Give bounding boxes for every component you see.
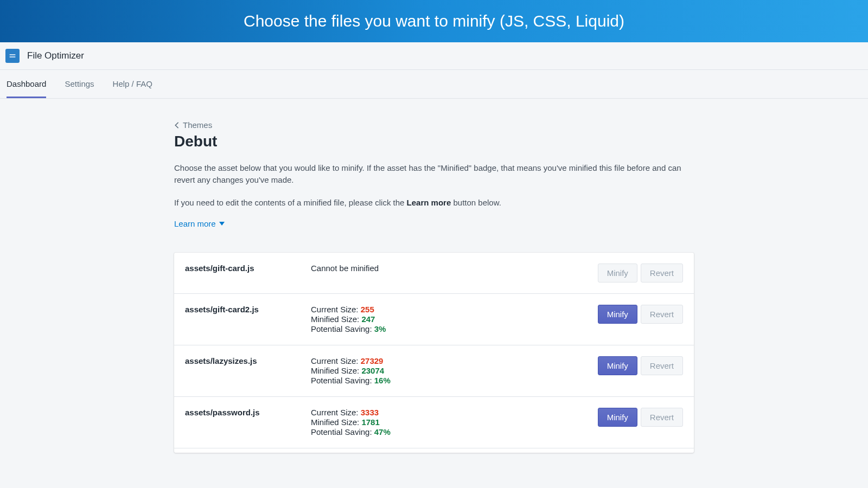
- banner-text: Choose the files you want to minify (JS,…: [244, 12, 624, 30]
- logo-icon: [8, 52, 17, 60]
- asset-stats: Current Size: 3333 Minified Size: 1781 P…: [311, 408, 598, 437]
- breadcrumb-back[interactable]: Themes: [174, 120, 212, 130]
- asset-name: assets/password.js: [185, 408, 311, 417]
- promo-banner: Choose the files you want to minify (JS,…: [0, 0, 868, 42]
- minify-button[interactable]: Minify: [598, 305, 637, 324]
- tabs: Dashboard Settings Help / FAQ: [0, 70, 868, 99]
- minify-button: Minify: [598, 264, 637, 282]
- asset-stats: Current Size: 27329 Minified Size: 23074…: [311, 356, 598, 386]
- caret-down-icon: [219, 222, 225, 226]
- asset-row-partial: [174, 448, 694, 453]
- asset-name: assets/gift-card.js: [185, 264, 311, 273]
- app-logo: [5, 49, 20, 63]
- revert-button: Revert: [641, 356, 683, 375]
- asset-row: assets/gift-card2.js Current Size: 255 M…: [174, 294, 694, 345]
- asset-stats: Current Size: 255 Minified Size: 247 Pot…: [311, 305, 598, 334]
- asset-actions: Minify Revert: [598, 264, 683, 282]
- asset-name: assets/gift-card2.js: [185, 305, 311, 314]
- asset-row: assets/lazysizes.js Current Size: 27329 …: [174, 345, 694, 397]
- minify-button[interactable]: Minify: [598, 408, 637, 427]
- breadcrumb-label: Themes: [183, 120, 212, 130]
- tab-dashboard[interactable]: Dashboard: [7, 70, 46, 98]
- asset-actions: Minify Revert: [598, 408, 683, 427]
- topbar: File Optimizer: [0, 42, 868, 70]
- description-2: If you need to edit the contents of a mi…: [174, 197, 694, 209]
- main-content: Themes Debut Choose the asset below that…: [174, 99, 694, 453]
- asset-row: assets/gift-card.js Cannot be minified M…: [174, 253, 694, 294]
- asset-status: Cannot be minified: [311, 264, 598, 273]
- revert-button: Revert: [641, 408, 683, 427]
- app-title: File Optimizer: [27, 50, 84, 61]
- chevron-left-icon: [174, 121, 180, 129]
- tab-help-faq[interactable]: Help / FAQ: [113, 70, 152, 98]
- tab-settings[interactable]: Settings: [65, 70, 94, 98]
- asset-row: assets/password.js Current Size: 3333 Mi…: [174, 397, 694, 448]
- page-title: Debut: [174, 133, 694, 150]
- asset-name: assets/lazysizes.js: [185, 356, 311, 365]
- asset-actions: Minify Revert: [598, 356, 683, 375]
- revert-button: Revert: [641, 305, 683, 324]
- description-1: Choose the asset below that you would li…: [174, 162, 694, 186]
- revert-button: Revert: [641, 264, 683, 282]
- assets-card: assets/gift-card.js Cannot be minified M…: [174, 253, 694, 453]
- asset-actions: Minify Revert: [598, 305, 683, 324]
- learn-more-link[interactable]: Learn more: [174, 219, 225, 228]
- minify-button[interactable]: Minify: [598, 356, 637, 375]
